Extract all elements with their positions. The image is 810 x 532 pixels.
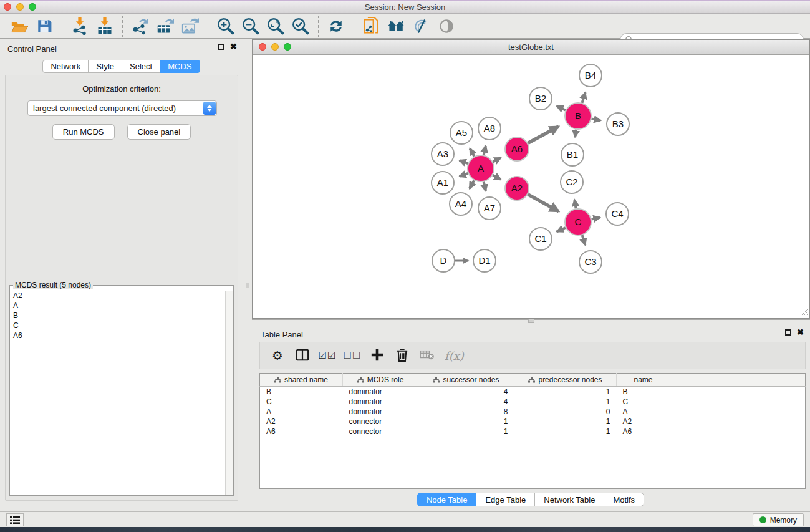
column-header-successor-nodes[interactable]: successor nodes [418, 374, 514, 387]
tab-mcds[interactable]: MCDS [160, 60, 200, 73]
edge-A-A8[interactable] [484, 146, 486, 155]
cell-MCDS-role[interactable]: dominator [343, 397, 418, 407]
cell-shared-name[interactable]: C [260, 397, 343, 407]
network-from-file-button[interactable] [359, 16, 384, 37]
cell-name[interactable]: B [617, 387, 670, 397]
edge-A2-C[interactable] [528, 195, 559, 211]
import-network-button[interactable] [67, 16, 92, 37]
network-graph[interactable]: B4B2BB3A5A8A6A3B1AA1C2A2A4A7C4CC1C3DD1 [253, 55, 809, 318]
cell-successor-nodes[interactable]: 8 [418, 407, 514, 417]
edge-C-C3[interactable] [582, 235, 586, 245]
node-A6[interactable]: A6 [505, 137, 529, 161]
node-C2[interactable]: C2 [561, 171, 583, 193]
edge-C-C4[interactable] [592, 218, 600, 220]
network-minimize-button[interactable] [271, 43, 279, 51]
node-C[interactable]: C [565, 209, 591, 235]
cell-predecessor-nodes[interactable]: 1 [514, 417, 617, 427]
home-button[interactable] [384, 16, 409, 37]
export-image-button[interactable] [178, 16, 203, 37]
tab-motifs[interactable]: Motifs [604, 493, 644, 506]
show-eye-button[interactable] [434, 16, 459, 37]
select-all-button[interactable]: ☑☑ [316, 344, 339, 367]
close-panel-icon[interactable]: ✖ [230, 44, 237, 50]
minimize-window-button[interactable] [16, 3, 24, 11]
tab-network-table[interactable]: Network Table [534, 493, 604, 506]
result-item[interactable]: A [11, 301, 224, 311]
edge-A-A7[interactable] [484, 181, 486, 191]
close-window-button[interactable] [4, 3, 11, 11]
edge-A-A1[interactable] [460, 173, 468, 177]
vertical-splitter[interactable] [243, 39, 252, 511]
node-A2[interactable]: A2 [505, 177, 529, 200]
splitter-grip[interactable] [246, 283, 249, 288]
columns-button[interactable] [291, 344, 314, 367]
float-panel-icon[interactable] [785, 329, 791, 336]
edge-B-B1[interactable] [575, 130, 576, 137]
save-button[interactable] [32, 16, 57, 37]
zoom-out-button[interactable] [238, 16, 263, 37]
edge-A-A5[interactable] [470, 148, 475, 157]
table-row[interactable]: Bdominator41B [260, 387, 806, 397]
network-close-button[interactable] [259, 43, 266, 51]
node-A5[interactable]: A5 [450, 122, 473, 144]
node-A[interactable]: A [468, 155, 494, 181]
maximize-window-button[interactable] [29, 3, 36, 11]
table-row[interactable]: A2connector11A2 [260, 417, 806, 427]
result-item[interactable]: A6 [11, 331, 224, 341]
splitter-grip[interactable] [528, 319, 534, 323]
zoom-selected-button[interactable] [288, 16, 313, 37]
node-table[interactable]: shared nameMCDS rolesuccessor nodesprede… [259, 373, 806, 489]
edge-A6-B[interactable] [528, 127, 559, 143]
run-mcds-button[interactable]: Run MCDS [52, 124, 115, 140]
close-panel-icon[interactable]: ✖ [797, 329, 804, 336]
resize-grip-icon[interactable] [801, 307, 809, 317]
deselect-all-button[interactable]: ☐☐ [341, 344, 364, 367]
optimization-criterion-dropdown[interactable]: largest connected component (directed) [27, 100, 217, 116]
node-C3[interactable]: C3 [579, 251, 602, 273]
import-table-button[interactable] [92, 16, 117, 37]
column-header-name[interactable]: name [617, 374, 670, 387]
add-button[interactable] [366, 344, 388, 367]
task-history-button[interactable] [6, 513, 24, 526]
edge-A-A2[interactable] [493, 175, 501, 180]
cell-MCDS-role[interactable]: connector [343, 427, 418, 437]
tab-network[interactable]: Network [42, 60, 89, 73]
export-network-button[interactable] [128, 16, 153, 37]
tab-node-table[interactable]: Node Table [417, 493, 477, 506]
node-B1[interactable]: B1 [561, 143, 584, 166]
result-scrollbar[interactable] [225, 291, 233, 495]
network-maximize-button[interactable] [284, 43, 291, 51]
network-window-titlebar[interactable]: testGlobe.txt [253, 40, 809, 55]
edge-B-B3[interactable] [592, 118, 601, 120]
cell-name[interactable]: A6 [617, 427, 670, 437]
hide-details-button[interactable] [409, 16, 434, 37]
zoom-fit-button[interactable] [263, 16, 288, 37]
gear-button[interactable]: ⚙ [266, 344, 289, 367]
cell-predecessor-nodes[interactable]: 1 [514, 427, 617, 437]
refresh-button[interactable] [324, 16, 349, 37]
float-panel-icon[interactable] [218, 44, 224, 50]
cell-name[interactable]: C [617, 397, 670, 407]
table-row[interactable]: Adominator80A [260, 407, 806, 417]
result-item[interactable]: C [11, 321, 224, 331]
node-B2[interactable]: B2 [529, 87, 552, 110]
cell-shared-name[interactable]: B [260, 387, 343, 397]
result-item[interactable]: B [11, 311, 224, 321]
node-A4[interactable]: A4 [450, 193, 472, 215]
cell-predecessor-nodes[interactable]: 1 [514, 387, 617, 397]
node-C1[interactable]: C1 [529, 228, 552, 250]
network-canvas[interactable]: B4B2BB3A5A8A6A3B1AA1C2A2A4A7C4CC1C3DD1 [253, 55, 809, 318]
cell-successor-nodes[interactable]: 1 [418, 427, 514, 437]
delete-button[interactable] [391, 344, 413, 367]
edge-C-C2[interactable] [574, 200, 576, 208]
edge-A-A6[interactable] [493, 158, 501, 162]
cell-predecessor-nodes[interactable]: 1 [514, 397, 617, 407]
node-B3[interactable]: B3 [607, 113, 629, 135]
memory-button[interactable]: Memory [753, 513, 804, 526]
cell-predecessor-nodes[interactable]: 0 [514, 407, 617, 417]
table-row[interactable]: Cdominator41C [260, 397, 806, 407]
node-A1[interactable]: A1 [432, 172, 454, 194]
node-C4[interactable]: C4 [606, 203, 629, 225]
node-B[interactable]: B [565, 103, 591, 129]
function-builder-button[interactable]: f(x) [445, 349, 464, 362]
